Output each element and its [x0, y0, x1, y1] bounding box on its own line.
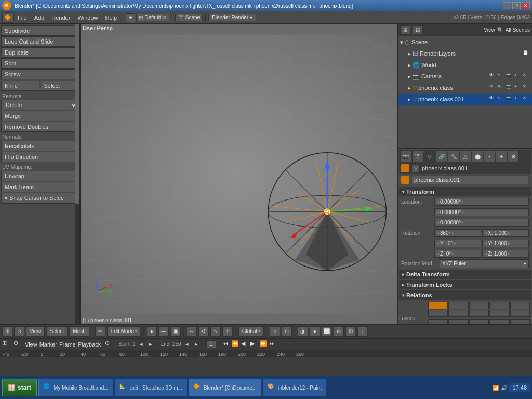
tb-view-type-icon[interactable]: ⊞ [2, 326, 12, 337]
tl-current-frame[interactable]: 1 [206, 340, 217, 348]
tb-global-btn[interactable]: Global ▾ [238, 326, 264, 337]
tl-start-dec-icon[interactable]: ◂ [140, 341, 147, 348]
prop-tab-particles[interactable]: ✦ [496, 151, 507, 162]
relations-header[interactable]: ▾ Relations [399, 290, 531, 300]
viewport-3d[interactable]: User Persp [81, 24, 397, 324]
mark-seam-button[interactable]: Mark Seam [1, 182, 78, 192]
scale-y-field[interactable]: ◂Y: 1.000▸ [482, 240, 529, 247]
taskbar-item-sketchup[interactable]: 📐 edit : Sketchup 3D m... [115, 379, 187, 396]
cam-cursor-icon[interactable]: ↖ [498, 73, 505, 80]
location-x-field[interactable]: ◂0.00000°▸ [434, 198, 529, 206]
outliner-item-renderlayers[interactable]: ▸ 🎞 RenderLayers 📋 [398, 48, 532, 59]
ph-eye-icon[interactable]: 👁 [489, 84, 497, 91]
transform-locks-header[interactable]: ▸ Transform Locks [399, 280, 531, 289]
menu-add[interactable]: Add [31, 14, 48, 22]
prop-tab-data[interactable]: △ [460, 151, 471, 162]
rotation-z-field[interactable]: ◂Z: 0°▸ [434, 250, 481, 258]
remove-doubles-button[interactable]: Remove Doubles [1, 122, 78, 132]
ph001-render-icon[interactable]: 📷 [506, 96, 513, 103]
tb-extra2-icon[interactable]: ⊞ [345, 326, 356, 337]
tb-shading2-icon[interactable]: ● [310, 326, 320, 337]
menu-window[interactable]: Window [74, 14, 101, 22]
tb-transform2-icon[interactable]: ✛ [222, 326, 233, 337]
tl-end-dec-icon[interactable]: ◂ [185, 341, 193, 348]
layer-14[interactable] [489, 319, 509, 324]
layer-10[interactable] [510, 310, 530, 317]
tl-next-frame-icon[interactable]: ⏩ [260, 340, 268, 349]
ph-extra2-icon[interactable]: ✕ [523, 84, 530, 91]
layer-13[interactable] [469, 319, 489, 324]
outliner-item-world[interactable]: ▸ 🌐 World [398, 59, 532, 71]
taskbar-item-blender[interactable]: 🔶 Blender* [C:\Docume... [189, 379, 261, 396]
tb-snap-icon[interactable]: ⊙ [282, 326, 292, 337]
prop-tab-modifier[interactable]: 🔧 [448, 151, 459, 162]
tb-extra3-icon[interactable]: ∥ [357, 326, 368, 337]
prop-tab-scene[interactable]: 🎬 [412, 151, 423, 162]
minimize-button[interactable]: ─ [503, 2, 511, 9]
spin-button[interactable]: Spin [1, 58, 78, 69]
layer-7[interactable] [448, 310, 468, 317]
tl-play-back-icon[interactable]: ◀ [241, 340, 249, 349]
loop-cut-button[interactable]: Loop Cut and Slide [1, 36, 78, 47]
ph-render-icon[interactable]: 📷 [506, 84, 513, 91]
tb-view-btn[interactable]: View [26, 326, 45, 337]
tl-start-inc-icon[interactable]: ▸ [149, 341, 156, 348]
rotation-x-field[interactable]: ◂360°▸ [434, 229, 481, 237]
prop-tab-texture[interactable]: ▪ [484, 151, 495, 162]
tl-type-icon[interactable]: ⊞ [2, 340, 11, 349]
tb-shading1-icon[interactable]: ◑ [298, 326, 308, 337]
outliner-item-phoenix-001[interactable]: ▸ ▽ phoenix class.001 👁 ↖ 📷 + ✕ [398, 94, 532, 105]
layout-add-btn[interactable]: + [126, 13, 135, 22]
outliner-icon-btn1[interactable]: ⊞ [400, 25, 410, 35]
tb-proportional-icon[interactable]: ○ [270, 326, 280, 337]
close-button[interactable]: ✕ [522, 2, 530, 9]
ph-cursor-icon[interactable]: ↖ [498, 84, 505, 91]
location-y-field[interactable]: ◂0.00000°▸ [434, 208, 529, 216]
render-engine-selector[interactable]: Blender Render ▾ [208, 14, 256, 21]
prop-tab-constraint[interactable]: 🔗 [436, 151, 447, 162]
menu-file[interactable]: File [15, 14, 30, 22]
scene-selector[interactable]: 🎬 Scene [175, 14, 203, 21]
layer-15[interactable] [510, 319, 530, 324]
snap-cursor-button[interactable]: ▾ Snap Cursor to Selec [1, 193, 78, 204]
cam-extra-icon[interactable]: + [514, 73, 522, 80]
tl-view-btn[interactable]: View [25, 341, 37, 348]
maximize-button[interactable]: □ [512, 2, 521, 9]
prop-tab-physics[interactable]: ⚙ [508, 151, 519, 162]
start-button[interactable]: 🪟 start [2, 379, 37, 396]
menu-render[interactable]: Render [48, 14, 73, 22]
tb-mode-icon[interactable]: ✏ [95, 326, 105, 337]
tb-shading3-icon[interactable]: ⬜ [322, 326, 332, 337]
tb-rotate-icon[interactable]: ↺ [198, 326, 209, 337]
duplicate-button[interactable]: Duplicate [1, 47, 78, 58]
blender-icon-btn[interactable]: 🔶 [2, 12, 14, 23]
tb-mesh-btn[interactable]: Mesh [69, 326, 89, 337]
tb-face-icon[interactable]: ▣ [170, 326, 181, 337]
knife-button[interactable]: Knife [1, 81, 39, 91]
cam-render-icon[interactable]: 📷 [506, 73, 513, 80]
layer-12[interactable] [448, 319, 468, 324]
scale-x-field[interactable]: ◂X: 1.000▸ [482, 229, 529, 237]
tl-frame-btn[interactable]: Frame [59, 341, 76, 348]
ph001-cursor-icon[interactable]: ↖ [498, 96, 505, 103]
tl-jump-start-icon[interactable]: ⏮ [222, 340, 231, 349]
left-panel-scrollbar[interactable] [75, 24, 79, 324]
tl-playback-btn[interactable]: Playback [78, 341, 101, 348]
rotation-mod-select[interactable]: XYZ Euler ▾ [440, 259, 529, 268]
outliner-all-scenes[interactable]: All Scenes [506, 27, 530, 33]
prop-tab-render[interactable]: 📷 [400, 151, 411, 162]
layer-6[interactable] [428, 310, 448, 317]
tb-edge-icon[interactable]: — [158, 326, 169, 337]
ph001-extra-icon[interactable]: + [514, 96, 522, 103]
ph001-eye-icon[interactable]: 👁 [489, 96, 497, 103]
rl-icon-btn[interactable]: 📋 [523, 50, 530, 57]
layer-3[interactable] [469, 302, 489, 309]
prop-name-input[interactable] [411, 175, 529, 184]
flip-direction-button[interactable]: Flip Direction [1, 152, 78, 162]
transform-section-header[interactable]: ▾ Transform [399, 187, 531, 196]
tb-vertex-icon[interactable]: ● [147, 326, 157, 337]
layer-8[interactable] [469, 310, 489, 317]
layout-selector[interactable]: ⊞ Default ✕ [136, 14, 169, 21]
subdivide-button[interactable]: Subdivide [1, 25, 78, 36]
taskbar-item-broadband[interactable]: 🌐 My Mobile Broadband... [38, 379, 113, 396]
